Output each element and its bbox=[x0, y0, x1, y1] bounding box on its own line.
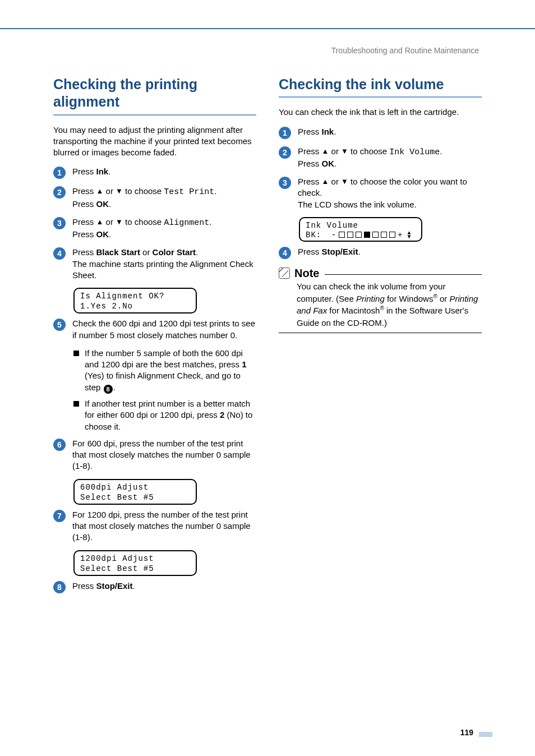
t: or bbox=[329, 146, 341, 156]
t: Press bbox=[72, 186, 96, 196]
t: If another test print number is a better… bbox=[85, 398, 256, 432]
left-step-2: 2 Press ▲ or ▼ to choose Test Print. Pre… bbox=[53, 186, 256, 210]
step-body: Press ▲ or ▼ to choose Ink Volume. Press… bbox=[298, 146, 482, 170]
t: or bbox=[140, 247, 153, 257]
left-step-4: 4 Press Black Start or Color Start. The … bbox=[53, 247, 256, 281]
step-number-icon: 3 bbox=[279, 177, 291, 189]
note-header: Note bbox=[279, 267, 482, 280]
list-item: If the number 5 sample of both the 600 d… bbox=[73, 348, 256, 394]
note-rule-bottom bbox=[279, 333, 482, 333]
t: Black Start bbox=[96, 247, 140, 257]
step-body: For 600 dpi, press the number of the tes… bbox=[72, 438, 256, 472]
page-number-accent bbox=[479, 732, 492, 737]
lcd-600dpi: 600dpi Adjust Select Best #5 bbox=[73, 479, 197, 505]
down-arrow-icon: ▼ bbox=[116, 218, 123, 226]
ink-box-icon bbox=[347, 232, 353, 238]
square-bullet-icon bbox=[73, 401, 79, 407]
step-number-icon: 2 bbox=[53, 186, 66, 199]
lcd-line: 600dpi Adjust bbox=[80, 482, 190, 492]
t: Ink bbox=[96, 167, 109, 176]
left-step-7: 7 For 1200 dpi, press the number of the … bbox=[53, 509, 256, 543]
col-right: Checking the ink volume You can check th… bbox=[279, 76, 482, 722]
t: If the number 5 sample of both the 600 d… bbox=[85, 348, 243, 369]
step-number-icon: 1 bbox=[53, 167, 66, 179]
lcd-line: Select Best #5 bbox=[80, 492, 190, 503]
right-steps-cont: 4 Press Stop/Exit. bbox=[279, 246, 482, 259]
t: 1 bbox=[242, 359, 246, 369]
t: to choose bbox=[348, 146, 389, 156]
lcd-ink-volume: Ink Volume BK: - + ▲▼ bbox=[299, 217, 422, 242]
t: Press bbox=[298, 159, 322, 168]
step-body: Press Ink. bbox=[72, 166, 256, 177]
top-rule bbox=[0, 28, 535, 29]
step-body: For 1200 dpi, press the number of the te… bbox=[72, 509, 256, 543]
down-arrow-icon: ▼ bbox=[341, 147, 348, 155]
step-body: Press Stop/Exit. bbox=[298, 246, 482, 257]
lcd-1200dpi: 1200dpi Adjust Select Best #5 bbox=[73, 550, 197, 576]
t: Stop/Exit bbox=[322, 247, 358, 256]
up-arrow-icon: ▲ bbox=[96, 187, 104, 195]
square-bullet-icon bbox=[73, 351, 79, 356]
t: Press bbox=[298, 177, 322, 186]
t: . bbox=[133, 581, 135, 591]
lcd-line: 1200dpi Adjust bbox=[80, 554, 190, 564]
up-arrow-icon: ▲ bbox=[322, 147, 329, 155]
right-title: Checking the ink volume bbox=[279, 76, 482, 98]
t: . bbox=[108, 167, 110, 176]
t: . bbox=[334, 159, 336, 168]
right-step-1: 1 Press Ink. bbox=[279, 126, 482, 139]
header-breadcrumb: Troubleshooting and Routine Maintenance bbox=[331, 46, 479, 55]
step-body: Check the 600 dpi and 1200 dpi test prin… bbox=[72, 318, 256, 341]
lcd-line: 1.Yes 2.No bbox=[80, 301, 190, 311]
t: . bbox=[196, 247, 198, 257]
right-step-4: 4 Press Stop/Exit. bbox=[279, 246, 482, 259]
note-title: Note bbox=[294, 267, 319, 280]
ink-box-icon bbox=[356, 232, 362, 238]
ink-box-icon bbox=[339, 232, 345, 238]
step-body: Press ▲ or ▼ to choose Test Print. Press… bbox=[72, 186, 256, 210]
t: No bbox=[230, 410, 241, 420]
left-step-3: 3 Press ▲ or ▼ to choose Alignment. Pres… bbox=[53, 216, 256, 241]
list-item: If another test print number is a better… bbox=[73, 398, 256, 432]
left-steps-cont4: 8 Press Stop/Exit. bbox=[53, 580, 256, 593]
t: . bbox=[113, 382, 116, 392]
t: Check the 600 dpi and 1200 dpi test prin… bbox=[72, 319, 255, 339]
t: Press bbox=[72, 217, 96, 227]
t: Press bbox=[72, 167, 96, 176]
step-ref-icon: 8 bbox=[104, 385, 113, 394]
page-number: 119 bbox=[460, 728, 473, 737]
t: OK bbox=[96, 199, 109, 209]
ink-box-icon bbox=[381, 232, 387, 238]
left-steps-cont3: 7 For 1200 dpi, press the number of the … bbox=[53, 509, 256, 543]
right-step-2: 2 Press ▲ or ▼ to choose Ink Volume. Pre… bbox=[279, 146, 482, 170]
down-arrow-icon: ▼ bbox=[116, 187, 123, 195]
step-body: Press Stop/Exit. bbox=[72, 580, 256, 592]
t: ( bbox=[224, 410, 229, 420]
t: to choose bbox=[123, 217, 164, 227]
lcd-line: Select Best #5 bbox=[80, 564, 190, 574]
t: Press bbox=[72, 247, 96, 257]
step-body: Press ▲ or ▼ to choose Alignment. Press … bbox=[72, 216, 256, 241]
left-title: Checking the printing alignment bbox=[53, 76, 256, 116]
t: . bbox=[109, 199, 111, 209]
right-intro: You can check the ink that is left in th… bbox=[279, 107, 482, 118]
t: Ink bbox=[322, 127, 334, 136]
t: or bbox=[103, 186, 116, 196]
t: for Macintosh bbox=[327, 306, 380, 315]
t: + bbox=[398, 231, 403, 239]
t: For 600 dpi, press the number of the tes… bbox=[72, 439, 251, 471]
note-block: Note You can check the ink volume from y… bbox=[279, 267, 482, 333]
down-arrow-icon: ▼ bbox=[341, 177, 348, 186]
step-body: Press Ink. bbox=[298, 126, 482, 137]
ink-box-icon bbox=[372, 232, 379, 238]
t: The machine starts printing the Alignmen… bbox=[72, 259, 253, 280]
step-number-icon: 7 bbox=[53, 510, 66, 522]
t: or bbox=[437, 294, 450, 303]
left-step-5-sublist: If the number 5 sample of both the 600 d… bbox=[73, 348, 256, 432]
left-step-6: 6 For 600 dpi, press the number of the t… bbox=[53, 438, 256, 472]
t: . bbox=[334, 127, 336, 136]
t: Yes bbox=[87, 371, 101, 380]
lcd-alignment-check: Is Alignment OK? 1.Yes 2.No bbox=[73, 288, 197, 314]
ink-box-icon bbox=[389, 232, 395, 238]
left-step-1: 1 Press Ink. bbox=[53, 166, 256, 179]
